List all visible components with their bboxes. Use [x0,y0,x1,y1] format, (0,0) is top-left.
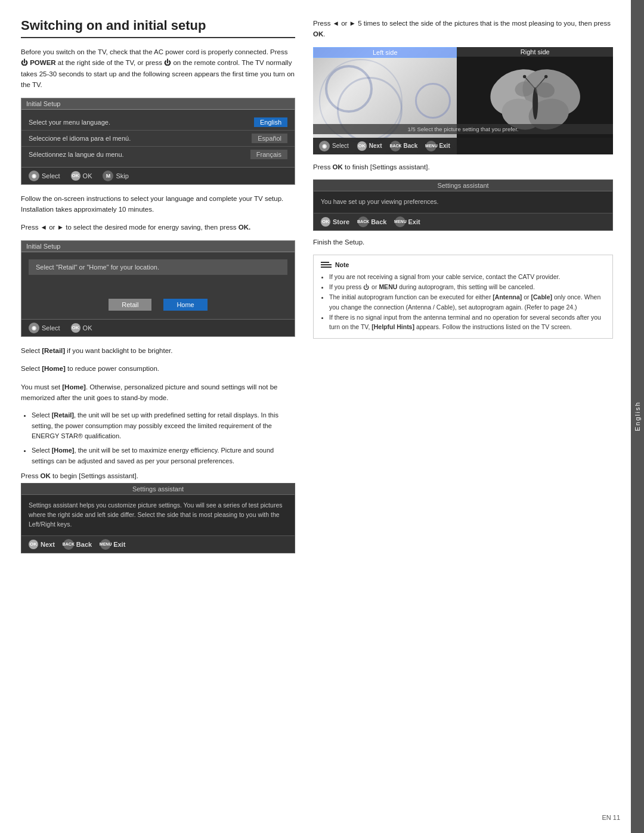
back-label-1: Back [76,541,92,548]
exit-circle-icon-2: MENU [395,216,405,227]
ok-label-2: OK [83,324,92,332]
language-label-french: Sélectionnez la langue du menu. [29,151,124,158]
ok-footer-btn-2: OK OK [71,323,92,333]
setup-footer-1: ◉ Select OK OK M Skip [21,167,295,184]
exit-circle-icon-1: MENU [100,539,111,550]
language-label-spanish: Seleccione el idioma para el menú. [29,135,131,142]
note-header: Note [321,261,605,268]
tv-right-label: Right side [457,47,613,57]
settings-assistant-box-1: Settings assistant Settings assistant he… [21,483,295,553]
or-label: or [49,224,55,231]
tv-exit-label: Exit [439,143,450,149]
language-label-english: Select your menu language. [29,119,110,126]
settings-footer-1: OK Next BACK Back MENU Exit [21,535,295,553]
language-row-english: Select your menu language. English [21,114,295,131]
tv-select-icon: ◉ [319,141,330,151]
instruction-paragraph: Follow the on-screen instructions to sel… [21,193,295,215]
finish-text: Finish the Setup. [313,237,613,247]
initial-setup-box-1: Initial Setup Select your menu language.… [21,98,295,185]
note-item-1: If you are not receiving a signal from y… [329,272,605,282]
ok-footer-btn: OK OK [71,171,92,181]
language-row-spanish: Seleccione el idioma para el menú. Españ… [21,131,295,147]
left-arrow: ◄ [41,224,49,231]
setup-footer-2: ◉ Select OK OK [21,319,295,336]
you-must-text: You must set [Home]. Otherwise, personal… [21,382,295,404]
side-tab-label: English [634,401,641,431]
left-column: Switching on and initial setup Before yo… [21,18,295,815]
setup-box-1-title: Initial Setup [21,98,295,110]
skip-label: Skip [116,172,128,179]
english-side-tab: English [631,0,644,833]
select-circle-icon-2: ◉ [29,323,39,333]
back-circle-icon-2: BACK [358,216,369,227]
right-arrow: ► [57,224,66,231]
select-label-2: Select [42,324,60,332]
initial-setup-box-2: Initial Setup Select "Retail" or "Home" … [21,240,295,337]
tv-exit-icon: MENU [426,141,436,151]
settings-footer-2: OK Store BACK Back MENU Exit [314,213,612,230]
bullet-list: Select [Retail], the unit will be set up… [32,410,295,466]
tv-select-label: Select [332,143,349,149]
select-footer-btn-2: ◉ Select [29,323,60,333]
store-circle-icon: OK [321,217,330,227]
home-button[interactable]: Home [163,299,207,311]
select-home-text: Select [Home] to reduce power consumptio… [21,363,295,374]
select-retail-text: Select [Retail] if you want backlight to… [21,345,295,356]
spanish-button[interactable]: Español [252,134,287,143]
energy-text: to select the desired mode for energy sa… [66,224,236,231]
power-icon-text: ⏻ POWER [21,59,56,66]
tv-back-icon: BACK [390,141,401,151]
bullet-item-home: Select [Home], the unit will be set to m… [32,445,295,466]
skip-footer-btn: M Skip [103,171,128,181]
note-item-2: If you press ⏻ or MENU during autoprogra… [329,282,605,292]
retail-button[interactable]: Retail [109,299,151,311]
settings-body-1: Settings assistant helps you customize p… [21,495,295,535]
tv-select-btn: ◉ Select [319,141,349,151]
tv-back-btn: BACK Back [390,141,417,151]
english-button[interactable]: English [254,117,287,127]
intro-text-middle: at the right side of the TV, or press [58,59,164,66]
ok-circle-icon-2: OK [71,323,80,333]
location-row: Select "Retail" or "Home" for your locat… [29,259,287,275]
svg-point-8 [544,75,547,78]
store-footer-btn: OK Store [321,217,349,227]
intro-paragraph: Before you switch on the TV, check that … [21,47,295,91]
store-label: Store [333,218,349,225]
note-list: If you are not receiving a signal from y… [329,272,605,332]
svg-point-7 [523,75,526,78]
tv-left-label: Left side [313,47,457,58]
settings-title-2: Settings assistant [314,180,612,191]
settings-body-2: You have set up your viewing preferences… [314,191,612,213]
intro-text-before: Before you switch on the TV, check that … [21,48,287,55]
note-item-4: If there is no signal input from the ant… [329,312,605,333]
page-number: EN 11 [602,814,620,821]
tv-next-icon: OK [357,141,367,151]
power-symbol: ⏻ [164,59,171,66]
select-label: Select [42,172,60,179]
right-column: Press ◄ or ► 5 times to select the side … [313,18,613,815]
exit-label-1: Exit [113,541,125,548]
next-circle-icon: OK [29,540,38,549]
page-title: Switching on and initial setup [21,18,295,38]
back-footer-btn-1: BACK Back [63,539,92,550]
location-text: Select "Retail" or "Home" for your locat… [36,264,159,271]
tv-image-box: Left side Right side [313,47,613,154]
back-label-2: Back [371,218,386,225]
retail-home-row: Retail Home [21,275,295,319]
exit-footer-btn-1: MENU Exit [100,539,125,550]
french-button[interactable]: Français [250,150,287,159]
select-footer-btn: ◉ Select [29,171,60,181]
select-circle-icon: ◉ [29,171,39,181]
ok-circle-icon: OK [71,171,80,181]
exit-label-2: Exit [408,218,420,225]
tv-bottom-bar: ◉ Select OK Next BACK Back MENU Exit [313,138,613,154]
tv-next-label: Next [369,143,382,149]
note-label: Note [335,261,349,268]
language-row-french: Sélectionnez la langue du menu. Français [21,147,295,162]
tv-exit-btn: MENU Exit [426,141,450,151]
note-box: Note If you are not receiving a signal f… [313,255,613,339]
ok-label: OK [83,172,92,179]
press-energy-paragraph: Press ◄ or ► to select the desired mode … [21,222,295,233]
setup-box-2-title: Initial Setup [21,241,295,252]
press-ok-finish-text: Press OK to finish [Settings assistant]. [313,162,613,172]
